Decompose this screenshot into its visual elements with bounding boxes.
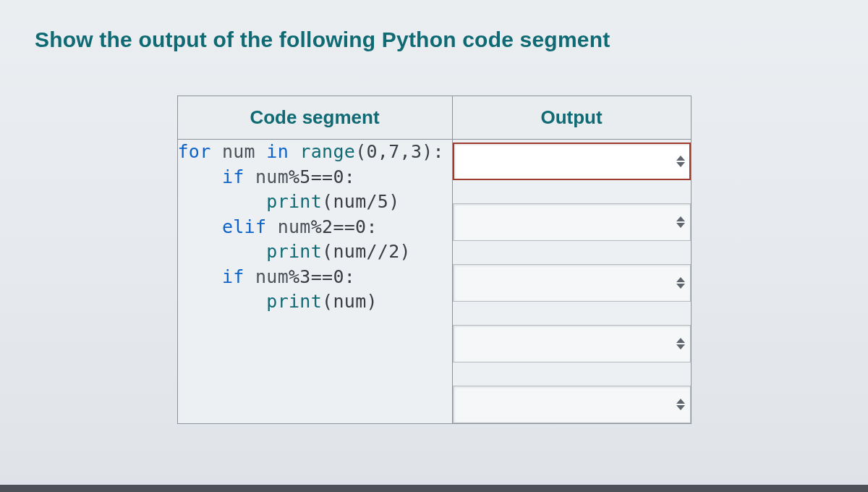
chevron-down-icon[interactable] xyxy=(676,162,685,167)
chevron-up-icon[interactable] xyxy=(676,156,685,161)
output-row-5 xyxy=(453,386,691,423)
output-row-4 xyxy=(453,325,691,362)
fn-print: print xyxy=(266,191,322,212)
colon: : xyxy=(344,166,355,187)
output-cell xyxy=(452,140,691,424)
chevron-up-icon[interactable] xyxy=(676,399,685,404)
print-args: (num) xyxy=(322,291,378,312)
chevron-down-icon[interactable] xyxy=(676,344,685,349)
chevron-up-icon[interactable] xyxy=(676,277,685,282)
stepper-4 xyxy=(676,338,685,349)
colon: : xyxy=(366,216,377,237)
var-num: num xyxy=(244,166,289,187)
fn-print: print xyxy=(266,291,322,312)
expr: %2==0 xyxy=(311,216,367,237)
print-args: (num/5) xyxy=(322,191,399,212)
chevron-down-icon[interactable] xyxy=(676,223,685,228)
question-page: Show the output of the following Python … xyxy=(0,0,868,492)
colon: : xyxy=(344,266,355,287)
kw-if: if xyxy=(222,166,244,187)
kw-for: for xyxy=(178,141,211,162)
question-title: Show the output of the following Python … xyxy=(35,27,839,52)
stepper-3 xyxy=(676,277,685,289)
fn-range: range xyxy=(289,141,355,162)
output-input-3[interactable] xyxy=(453,264,691,302)
code-cell: for num in range(0,7,3): if num%5==0: pr… xyxy=(177,140,452,424)
stepper-1 xyxy=(676,156,685,167)
stepper-5 xyxy=(676,399,685,410)
output-input-2[interactable] xyxy=(453,203,691,241)
output-row-3 xyxy=(453,264,691,302)
output-row-1 xyxy=(453,143,691,180)
expr: %5==0 xyxy=(289,166,344,187)
expr: %3==0 xyxy=(289,266,344,287)
kw-elif: elif xyxy=(222,216,266,237)
var-num: num xyxy=(244,266,289,287)
chevron-down-icon[interactable] xyxy=(676,284,685,289)
table-wrap: Code segment Output for num in range(0,7… xyxy=(29,96,839,424)
chevron-down-icon[interactable] xyxy=(676,405,685,410)
print-args: (num//2) xyxy=(322,241,411,262)
var-num: num xyxy=(211,141,267,162)
code-output-table: Code segment Output for num in range(0,7… xyxy=(177,96,692,424)
var-num: num xyxy=(266,216,310,237)
output-stack xyxy=(453,140,691,423)
output-input-5[interactable] xyxy=(453,386,691,423)
stepper-2 xyxy=(676,216,685,228)
code-block: for num in range(0,7,3): if num%5==0: pr… xyxy=(178,140,452,315)
header-code: Code segment xyxy=(177,96,452,140)
header-output: Output xyxy=(452,96,691,140)
output-row-2 xyxy=(453,203,691,241)
fn-print: print xyxy=(266,241,322,262)
range-args: (0,7,3) xyxy=(355,141,433,162)
output-input-4[interactable] xyxy=(453,325,691,362)
chevron-up-icon[interactable] xyxy=(676,338,685,343)
output-input-1[interactable] xyxy=(453,143,691,180)
kw-if: if xyxy=(222,266,244,287)
kw-in: in xyxy=(266,141,289,162)
colon: : xyxy=(433,141,444,162)
chevron-up-icon[interactable] xyxy=(676,216,685,221)
